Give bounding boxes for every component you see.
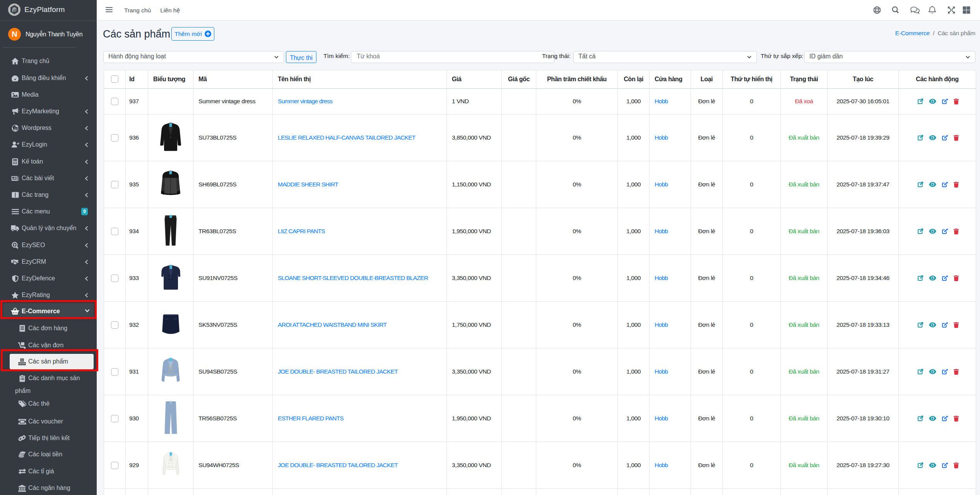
svg-text:E: E (12, 9, 14, 12)
